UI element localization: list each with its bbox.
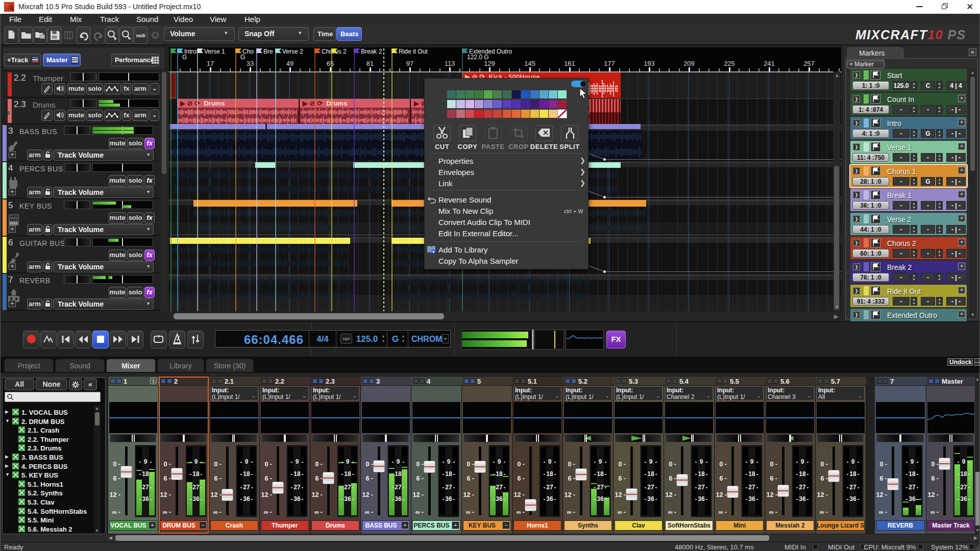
svg-text:▾: ▾ [432,249,434,254]
svg-text:midi: midi [136,33,145,38]
